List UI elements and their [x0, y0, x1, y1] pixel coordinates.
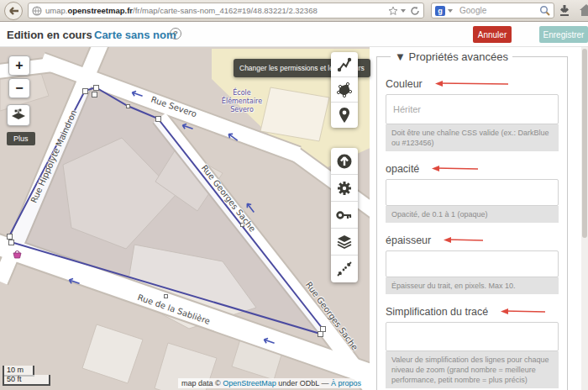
vertex-handle[interactable] [82, 88, 88, 94]
map-title-link[interactable]: Carte sans nom [94, 29, 176, 41]
field-label-simplification: Simplification du tracé [386, 306, 488, 318]
polyline-icon [336, 56, 353, 73]
measure-button[interactable] [331, 256, 358, 282]
scale-control: 10 m 50 ft [3, 366, 50, 386]
school-label: ÉcoleÉlémentaireSevero [212, 89, 272, 114]
google-favicon-icon: g [435, 6, 445, 16]
opacite-input[interactable] [386, 179, 559, 206]
browser-toolbar: umap.openstreetmap.fr/fr/map/carte-sans-… [0, 0, 588, 22]
polygon-icon [336, 82, 353, 98]
draw-toolbar [331, 52, 358, 128]
search-engine-caret-icon[interactable] [448, 9, 453, 13]
epaisseur-input[interactable] [386, 250, 559, 277]
collapse-triangle-icon[interactable]: ▼ [395, 50, 406, 63]
search-input[interactable]: g Google [431, 3, 554, 18]
address-bar[interactable]: umap.openstreetmap.fr/fr/map/carte-sans-… [28, 3, 424, 18]
permissions-button[interactable] [331, 202, 358, 229]
back-arrow-icon [8, 6, 19, 16]
vertex-handle[interactable] [318, 331, 323, 337]
search-magnifier-icon[interactable] [539, 5, 550, 16]
help-icon[interactable]: ? [170, 28, 181, 40]
gear-icon [336, 180, 353, 197]
zoom-in-button[interactable]: + [8, 55, 30, 76]
draw-polygon-button[interactable] [331, 77, 358, 103]
field-help-epaisseur: Épaisseur du trait, en pixels. Max 10. [386, 277, 559, 294]
download-icon[interactable] [558, 4, 571, 18]
simplification-input[interactable] [386, 322, 559, 351]
annotation-arrow [498, 308, 547, 316]
panel-scrollbar-thumb[interactable] [582, 49, 587, 238]
import-data-button[interactable] [331, 148, 358, 175]
midpoint-handle[interactable] [164, 294, 168, 298]
couleur-input[interactable] [386, 94, 559, 124]
vertex-handle[interactable] [92, 92, 97, 98]
measure-icon [336, 261, 353, 277]
layers-icon [336, 235, 353, 250]
upload-arrow-icon [336, 153, 353, 170]
field-label-couleur: Couleur [386, 78, 423, 90]
marker-icon [337, 107, 352, 124]
annotation-arrow [429, 165, 480, 173]
map-canvas[interactable]: Rue Severo Rue Hippolyte Maindron Rue Ge… [0, 47, 370, 390]
map-render [0, 47, 370, 390]
osm-link[interactable]: OpenStreetMap [223, 379, 276, 387]
vertex-handle[interactable] [93, 85, 99, 91]
vertex-handle[interactable] [7, 234, 13, 240]
vertex-handle[interactable] [8, 240, 14, 245]
vertex-handle[interactable] [155, 116, 161, 122]
layers-browse-button[interactable] [7, 104, 30, 126]
edit-status-label: Edition en cours [7, 29, 92, 41]
map-attribution: map data © OpenStreetMap under ODbL — À … [178, 378, 365, 388]
back-button[interactable] [4, 2, 23, 20]
dropdown-caret-icon[interactable] [401, 9, 406, 13]
field-help-couleur: Doit être une chaîne CSS valide (ex.: Da… [386, 124, 559, 151]
draw-polyline-button[interactable] [331, 52, 358, 77]
map-settings-button[interactable] [331, 175, 358, 202]
advanced-properties-fieldset: ▼ Propriétés avancées Couleur Doit être … [376, 50, 568, 390]
field-label-epaisseur: épaisseur [386, 235, 431, 246]
about-link[interactable]: À propos [331, 379, 361, 387]
zoom-out-button[interactable]: − [8, 78, 30, 98]
layers-pin-icon [10, 108, 27, 123]
manage-layers-button[interactable] [331, 229, 358, 256]
save-button[interactable]: Enregistrer [539, 26, 588, 43]
advanced-properties-panel: ▼ Propriétés avancées Couleur Doit être … [370, 47, 588, 390]
annotation-arrow [441, 236, 485, 245]
reload-icon[interactable] [410, 6, 420, 16]
globe-icon [32, 6, 42, 16]
key-icon [336, 209, 353, 221]
settings-toolbar [331, 148, 358, 282]
home-icon[interactable] [579, 3, 588, 17]
cancel-button[interactable]: Annuler [473, 26, 512, 43]
field-help-simplification: Valeur de simplification des lignes pour… [386, 351, 559, 388]
draw-marker-button[interactable] [331, 103, 358, 128]
field-label-opacite: opacité [386, 163, 419, 175]
url-text: umap.openstreetmap.fr/fr/map/carte-sans-… [45, 6, 388, 15]
panel-scrollbar[interactable] [581, 47, 588, 390]
search-placeholder: Google [459, 6, 539, 15]
bookmark-star-icon[interactable] [388, 6, 398, 16]
scale-imperial: 50 ft [3, 375, 50, 386]
more-controls-label[interactable]: Plus [7, 132, 35, 145]
panel-legend[interactable]: ▼ Propriétés avancées [391, 50, 512, 63]
annotation-arrow [433, 80, 510, 88]
field-help-opacite: Opacité, de 0.1 à 1 (opaque) [386, 206, 559, 223]
midpoint-handle[interactable] [126, 104, 130, 108]
